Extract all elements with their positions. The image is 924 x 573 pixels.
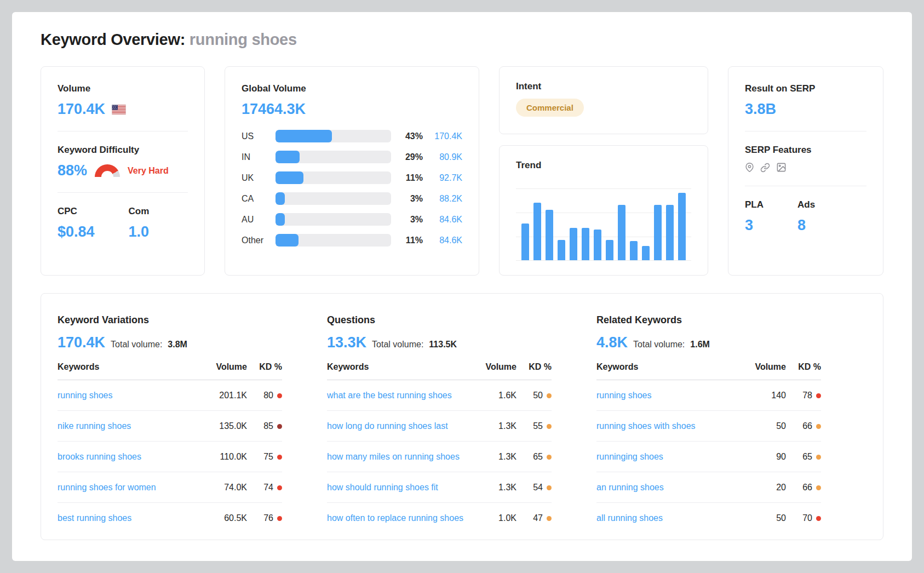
- country-volume-link[interactable]: 80.9K: [423, 152, 462, 162]
- row-kd: 66: [786, 483, 821, 492]
- keyword-link[interactable]: all running shoes: [596, 513, 663, 523]
- row-kd: 65: [786, 452, 821, 462]
- keyword-link[interactable]: runninging shoes: [596, 452, 663, 461]
- page-title-keyword: running shoes: [190, 31, 297, 48]
- trend-bar: [570, 228, 577, 260]
- country-percent: 43%: [391, 131, 423, 141]
- table-row: how many miles on running shoes 1.3K 65: [327, 442, 552, 472]
- column-volume: Volume: [475, 362, 516, 372]
- country-label: IN: [242, 152, 276, 162]
- keyword-link[interactable]: running shoes: [58, 391, 113, 400]
- trend-bar: [630, 241, 638, 260]
- country-volume-link[interactable]: 170.4K: [423, 131, 462, 141]
- row-kd: 75: [247, 452, 282, 462]
- us-flag-icon: [112, 105, 126, 114]
- row-volume: 201.1K: [205, 391, 247, 400]
- table-row: all running shoes 50 70: [596, 503, 821, 533]
- total-volume-label: Total volume:: [372, 340, 423, 349]
- country-volume-bar-track: [276, 234, 391, 247]
- keyword-link[interactable]: how many miles on running shoes: [327, 452, 460, 461]
- country-volume-link[interactable]: 92.7K: [423, 173, 462, 183]
- cpc-label: CPC: [58, 206, 95, 217]
- table-header: Keywords Volume KD %: [58, 362, 282, 380]
- column-kd: KD %: [786, 362, 821, 372]
- kd-number: 75: [263, 452, 273, 462]
- row-volume: 110.0K: [205, 452, 247, 462]
- keyword-link[interactable]: nike running shoes: [58, 421, 131, 431]
- table-row: brooks running shoes 110.0K 75: [58, 442, 282, 472]
- serp-features-icons: [745, 162, 866, 173]
- global-volume-label: Global Volume: [242, 83, 462, 94]
- keyword-variations-table: Keyword Variations 170.4K Total volume: …: [58, 314, 282, 533]
- keyword-overview-panel: Keyword Overview: running shoes Volume 1…: [12, 12, 912, 561]
- country-percent: 29%: [391, 152, 423, 162]
- kd-number: 66: [802, 421, 812, 431]
- column-keywords: Keywords: [596, 362, 744, 372]
- keyword-link[interactable]: an running shoes: [596, 483, 664, 492]
- trend-label: Trend: [516, 160, 691, 171]
- table-row: running shoes for women 74.0K 74: [58, 472, 282, 503]
- keyword-link[interactable]: how should running shoes fit: [327, 483, 438, 492]
- trend-bar-chart: [516, 188, 691, 261]
- keyword-link[interactable]: how long do running shoes last: [327, 421, 448, 431]
- keyword-link[interactable]: how often to replace running shoes: [327, 513, 463, 523]
- difficulty-gauge-icon: [95, 164, 120, 177]
- table-rows: what are the best running shoes 1.6K 50 …: [327, 380, 552, 533]
- global-volume-card: Global Volume 17464.3K US 43% 170.4K IN …: [225, 66, 479, 276]
- keyword-link[interactable]: what are the best running shoes: [327, 391, 452, 400]
- table-row: an running shoes 20 66: [596, 472, 821, 503]
- row-volume: 60.5K: [205, 513, 247, 523]
- country-volume-bar-fill: [276, 234, 299, 247]
- row-kd: 74: [247, 483, 282, 492]
- trend-bar: [666, 205, 674, 260]
- keyword-link[interactable]: best running shoes: [58, 513, 131, 523]
- table-row: what are the best running shoes 1.6K 50: [327, 380, 552, 411]
- table-row: runninging shoes 90 65: [596, 442, 821, 472]
- column-kd: KD %: [516, 362, 552, 372]
- total-volume-label: Total volume:: [111, 340, 162, 349]
- column-keywords: Keywords: [58, 362, 205, 372]
- country-volume-link[interactable]: 84.6K: [423, 236, 462, 245]
- country-volume-link[interactable]: 84.6K: [423, 215, 462, 225]
- table-title: Keyword Variations: [58, 314, 282, 326]
- keyword-tables-card: Keyword Variations 170.4K Total volume: …: [41, 293, 883, 540]
- country-percent: 11%: [391, 173, 423, 183]
- kd-number: 80: [263, 391, 273, 400]
- table-row: how long do running shoes last 1.3K 55: [327, 411, 552, 442]
- country-volume-bar-fill: [276, 213, 285, 226]
- kd-value: 88%: [58, 162, 87, 179]
- pla-label: PLA: [745, 199, 764, 210]
- kd-number: 78: [802, 391, 812, 400]
- cpc-value: $0.84: [58, 224, 95, 240]
- row-volume: 135.0K: [205, 421, 247, 431]
- column-keywords: Keywords: [327, 362, 475, 372]
- country-label: UK: [242, 173, 276, 183]
- kd-number: 85: [263, 421, 273, 431]
- com-value: 1.0: [129, 224, 150, 240]
- kd-label: Keyword Difficulty: [58, 145, 188, 156]
- divider: [745, 131, 866, 131]
- country-volume-link[interactable]: 88.2K: [423, 194, 462, 204]
- country-volume-list: US 43% 170.4K IN 29% 80.9K UK: [242, 130, 462, 247]
- row-volume: 140: [744, 391, 786, 400]
- country-volume-row: UK 11% 92.7K: [242, 171, 462, 184]
- serp-card: Result on SERP 3.8B SERP Features PL: [728, 66, 883, 276]
- kd-number: 76: [263, 513, 273, 523]
- country-label: CA: [242, 194, 276, 204]
- top-cards-row: Volume 170.4K: [41, 66, 883, 276]
- questions-table: Questions 13.3K Total volume: 113.5K Key…: [327, 314, 552, 533]
- keyword-link[interactable]: running shoes with shoes: [596, 421, 696, 431]
- country-label: AU: [242, 215, 276, 225]
- keyword-link[interactable]: brooks running shoes: [58, 452, 141, 461]
- ads-value: 8: [797, 217, 815, 234]
- country-volume-bar-fill: [276, 151, 300, 163]
- row-volume: 74.0K: [205, 483, 247, 492]
- keyword-link[interactable]: running shoes: [596, 391, 652, 400]
- keyword-link[interactable]: running shoes for women: [58, 483, 156, 492]
- column-volume: Volume: [205, 362, 247, 372]
- country-volume-row: IN 29% 80.9K: [242, 151, 462, 163]
- kd-number: 55: [533, 421, 543, 431]
- result-on-serp-label: Result on SERP: [745, 83, 866, 94]
- table-row: best running shoes 60.5K 76: [58, 503, 282, 533]
- metrics-card: Volume 170.4K: [41, 66, 205, 276]
